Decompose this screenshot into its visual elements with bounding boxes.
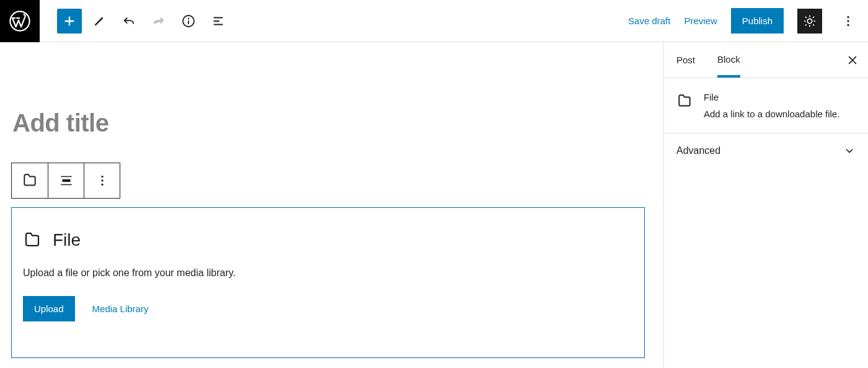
info-icon [181,14,196,29]
media-library-button[interactable]: Media Library [92,303,149,314]
svg-point-3 [847,16,849,17]
advanced-panel-toggle[interactable]: Advanced [664,133,868,169]
toolbar-right: Save draft Preview Publish [628,8,868,34]
add-block-button[interactable] [57,9,82,34]
toolbar-left [40,9,231,34]
save-draft-button[interactable]: Save draft [628,16,670,26]
sidebar-block-info: File Add a link to a downloadable file. [664,78,868,133]
preview-button[interactable]: Preview [684,16,717,26]
block-type-button[interactable] [12,163,48,198]
file-block-description: Upload a file or pick one from your medi… [23,267,633,279]
file-icon [676,93,693,109]
sidebar-block-name: File [704,92,839,102]
close-icon [846,54,859,66]
outline-button[interactable] [206,9,231,34]
upload-button[interactable]: Upload [23,296,75,321]
pencil-icon [92,14,106,28]
block-more-button[interactable] [84,163,120,198]
align-icon [58,173,74,189]
post-title-placeholder[interactable]: Add title [12,109,108,137]
top-toolbar: Save draft Preview Publish [0,0,868,42]
svg-point-9 [101,184,103,186]
svg-point-2 [188,17,189,19]
wordpress-logo[interactable] [0,0,40,42]
svg-point-5 [847,24,849,25]
editor-canvas: Add title [0,42,663,368]
wordpress-icon [9,11,30,32]
edit-mode-button[interactable] [87,9,112,34]
tab-post[interactable]: Post [676,42,695,78]
file-block-title: File [53,230,81,250]
kebab-icon [841,14,855,28]
redo-icon [152,14,166,28]
file-block-placeholder[interactable]: File Upload a file or pick one from your… [11,207,645,358]
block-align-button[interactable] [48,163,84,198]
kebab-icon [95,174,109,187]
settings-button[interactable] [797,9,822,34]
undo-button[interactable] [117,9,141,34]
tab-block[interactable]: Block [717,42,740,78]
publish-button[interactable]: Publish [731,8,784,34]
svg-point-8 [101,179,103,181]
svg-point-7 [101,176,103,177]
gear-icon [803,14,817,28]
sidebar-tabs: Post Block [664,42,868,78]
chevron-down-icon [843,145,856,157]
info-button[interactable] [176,9,201,34]
more-options-button[interactable] [836,9,861,34]
close-sidebar-button[interactable] [843,51,862,70]
sidebar-block-description: Add a link to a downloadable file. [704,109,839,119]
advanced-label: Advanced [676,145,720,156]
redo-button[interactable] [146,9,171,34]
file-icon [23,231,42,249]
settings-sidebar: Post Block File Add a link to a download… [663,42,868,368]
svg-point-4 [847,20,849,22]
file-icon [22,173,38,189]
undo-icon [122,14,136,28]
outline-icon [211,14,225,28]
svg-rect-6 [62,179,70,182]
plus-icon [63,14,76,28]
block-toolbar [11,163,120,199]
